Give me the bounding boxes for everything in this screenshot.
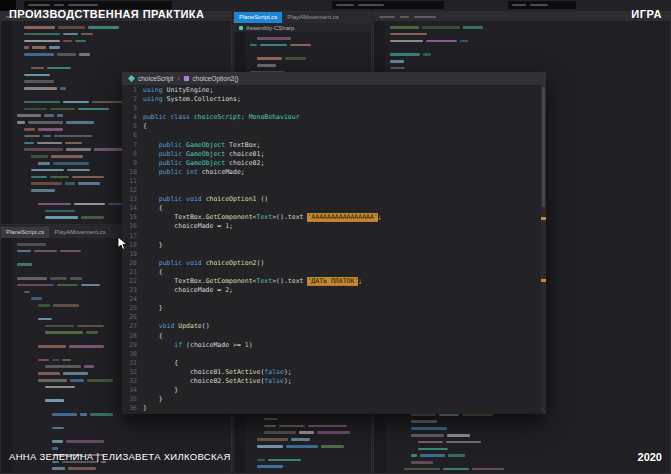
editor-scrollbar[interactable]	[541, 85, 546, 414]
code-line: 18 }	[122, 241, 541, 250]
code-line: 26	[122, 313, 541, 322]
code-line: 34 }	[122, 386, 541, 395]
code-line: 29 if (choiceMade >= 1)	[122, 341, 541, 350]
scrollbar-highlight-mark	[541, 217, 546, 220]
code-line: 23 choiceMade = 2;	[122, 286, 541, 295]
editor-tab[interactable]: PlaneScript.cs	[1, 227, 49, 238]
slide: PlaneScript.cs PlayAMovement.cs PlaneScr…	[0, 0, 671, 474]
code-line: 22 TextBox.GetComponent<Text>().text 'ДА…	[122, 277, 541, 286]
slide-authors: АННА ЗЕЛЕНИНА | ЕЛИЗАВЕТА ХИЛКОВСКАЯ	[9, 451, 231, 462]
window-titlebar	[508, 1, 576, 9]
code-line: 5{	[122, 122, 541, 131]
assembly-selector[interactable]: Assembly-CSharp	[234, 23, 371, 32]
code-line: 16 choiceMade = 1;	[122, 222, 541, 231]
code-line: 33 choice02.SetActive(false);	[122, 377, 541, 386]
window-titlebar	[332, 1, 444, 9]
code-line: 7 public GameObject TextBox;	[122, 141, 541, 150]
code-line: 32 choice01.SetActive(false);	[122, 368, 541, 377]
code-line: 35 }	[122, 395, 541, 404]
menu-bar	[374, 12, 670, 21]
scrollbar-thumb[interactable]	[542, 87, 545, 207]
code-line: 19	[122, 250, 541, 259]
breadcrumb-class[interactable]: choiceScript	[138, 75, 173, 82]
method-icon	[184, 76, 189, 81]
code-line: 10 public int choiceMade;	[122, 168, 541, 177]
code-line: 6	[122, 131, 541, 140]
code-line: 8 public GameObject choice01;	[122, 150, 541, 159]
code-line: 17	[122, 232, 541, 241]
code-lines[interactable]: 1using UnityEngine;2using System.Collect…	[122, 85, 541, 414]
mouse-cursor	[117, 236, 129, 251]
code-line: 4public class choiceScript: MonoBehaviou…	[122, 113, 541, 122]
code-line: 1using UnityEngine;	[122, 86, 541, 95]
code-editor: choiceScript › choiceOption2() 1using Un…	[122, 72, 546, 414]
editor-tab[interactable]: PlayAMovement.cs	[49, 227, 110, 238]
code-line: 24	[122, 295, 541, 304]
code-line: 15 TextBox.GetComponent<Text>().text 'AA…	[122, 213, 541, 222]
code-line: 14 {	[122, 204, 541, 213]
tab-bar: PlaneScript.cs PlayAMovement.cs	[234, 12, 371, 23]
editor-tab[interactable]: PlayAMovement.cs	[282, 12, 343, 23]
code-line: 31 {	[122, 359, 541, 368]
code-line: 28 {	[122, 332, 541, 341]
class-icon	[128, 75, 135, 82]
code-line: 25 }	[122, 304, 541, 313]
breadcrumb-member[interactable]: choiceOption2()	[193, 75, 239, 82]
code-line: 2using System.Collections;	[122, 95, 541, 104]
code-line: 36}	[122, 404, 541, 413]
scrollbar-highlight-mark	[541, 279, 546, 282]
code-line: 27 void Update()	[122, 322, 541, 331]
slide-title: ПРОИЗВОДСТВЕННАЯ ПРАКТИКА	[9, 8, 204, 20]
code-line: 21 {	[122, 268, 541, 277]
code-line: 12	[122, 186, 541, 195]
slide-year: 2020	[638, 451, 662, 463]
code-line: 11	[122, 177, 541, 186]
assembly-label: Assembly-CSharp	[246, 25, 294, 31]
assembly-icon	[239, 26, 243, 30]
code-line: 9 public GameObject choice02;	[122, 159, 541, 168]
code-line: 30	[122, 350, 541, 359]
breadcrumb: choiceScript › choiceOption2()	[122, 72, 546, 85]
breadcrumb-separator: ›	[177, 75, 179, 82]
code-line: 13 public void choiceOption1 ()	[122, 195, 541, 204]
editor-tab[interactable]: PlaneScript.cs	[234, 12, 282, 23]
code-line: 20 public void choiceOption2()	[122, 259, 541, 268]
slide-subtitle-game: ИГРА	[631, 8, 662, 20]
code-line: 3	[122, 104, 541, 113]
